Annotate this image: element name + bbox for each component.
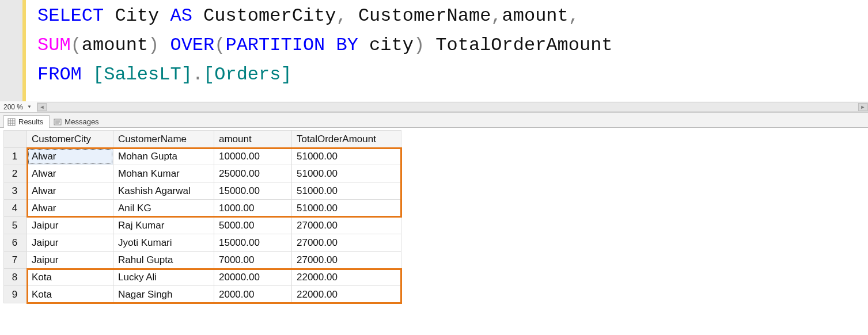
table-row[interactable]: 3AlwarKashish Agarwal15000.0051000.00 (4, 182, 401, 200)
cell[interactable]: 22000.00 (292, 286, 401, 303)
cell[interactable]: Kashish Agarwal (113, 182, 214, 200)
row-number[interactable]: 7 (4, 252, 27, 269)
cell[interactable]: Lucky Ali (113, 269, 214, 286)
zoom-bar: 200 % ▼ ◄ ► (0, 101, 868, 113)
results-grid-icon (7, 118, 16, 126)
row-number[interactable]: 3 (4, 182, 27, 200)
tab-messages[interactable]: Messages (50, 115, 105, 128)
cell[interactable]: Rahul Gupta (113, 252, 214, 269)
table-row[interactable]: 8KotaLucky Ali20000.0022000.00 (4, 269, 401, 286)
row-number[interactable]: 6 (4, 234, 27, 252)
editor-gutter (0, 0, 26, 101)
row-header-blank[interactable] (4, 131, 27, 148)
horizontal-scrollbar[interactable]: ◄ ► (37, 102, 868, 112)
cell[interactable]: 5000.00 (214, 217, 292, 234)
table-row[interactable]: 6JaipurJyoti Kumari15000.0027000.00 (4, 234, 401, 252)
scroll-right-icon[interactable]: ► (858, 103, 867, 111)
results-grid[interactable]: CustomerCity CustomerName amount TotalOr… (3, 130, 401, 303)
cell[interactable]: 27000.00 (292, 252, 401, 269)
cell[interactable]: Mohan Gupta (113, 148, 214, 165)
row-number[interactable]: 9 (4, 286, 27, 303)
table-row[interactable]: 5JaipurRaj Kumar5000.0027000.00 (4, 217, 401, 234)
zoom-dropdown-icon[interactable]: ▼ (25, 104, 33, 109)
row-number[interactable]: 2 (4, 165, 27, 182)
cell[interactable]: Alwar (27, 200, 113, 217)
table-row[interactable]: 2AlwarMohan Kumar25000.0051000.00 (4, 165, 401, 182)
table-row[interactable]: 4AlwarAnil KG1000.0051000.00 (4, 200, 401, 217)
cell[interactable]: Alwar (27, 165, 113, 182)
cell[interactable]: 51000.00 (292, 148, 401, 165)
zoom-value[interactable]: 200 % (1, 102, 25, 112)
col-header-name[interactable]: CustomerName (113, 131, 214, 148)
col-header-total[interactable]: TotalOrderAmount (292, 131, 401, 148)
svg-rect-0 (8, 119, 15, 125)
cell[interactable]: 22000.00 (292, 269, 401, 286)
header-row: CustomerCity CustomerName amount TotalOr… (4, 131, 401, 148)
cell[interactable]: 25000.00 (214, 165, 292, 182)
col-header-amount[interactable]: amount (214, 131, 292, 148)
cell[interactable]: 51000.00 (292, 200, 401, 217)
cell[interactable]: Jaipur (27, 234, 113, 252)
cell[interactable]: Alwar (27, 182, 113, 200)
scroll-left-icon[interactable]: ◄ (37, 103, 47, 111)
cell[interactable]: 51000.00 (292, 182, 401, 200)
row-number[interactable]: 5 (4, 217, 27, 234)
cell[interactable]: 27000.00 (292, 234, 401, 252)
cell[interactable]: 7000.00 (214, 252, 292, 269)
cell[interactable]: Jyoti Kumari (113, 234, 214, 252)
row-number[interactable]: 4 (4, 200, 27, 217)
cell[interactable]: 51000.00 (292, 165, 401, 182)
table-row[interactable]: 1AlwarMohan Gupta10000.0051000.00 (4, 148, 401, 165)
cell[interactable]: Jaipur (27, 252, 113, 269)
tab-results-label: Results (18, 117, 43, 126)
cell[interactable]: 10000.00 (214, 148, 292, 165)
results-panel: CustomerCity CustomerName amount TotalOr… (0, 128, 868, 303)
tab-results[interactable]: Results (3, 115, 50, 128)
cell[interactable]: Anil KG (113, 200, 214, 217)
cell[interactable]: 15000.00 (214, 234, 292, 252)
cell[interactable]: Jaipur (27, 217, 113, 234)
table-row[interactable]: 9KotaNagar Singh2000.0022000.00 (4, 286, 401, 303)
sql-code-area[interactable]: SELECT City AS CustomerCity, CustomerNam… (26, 0, 868, 101)
col-header-city[interactable]: CustomerCity (27, 131, 113, 148)
cell[interactable]: Mohan Kumar (113, 165, 214, 182)
cell[interactable]: 1000.00 (214, 200, 292, 217)
cell[interactable]: Kota (27, 286, 113, 303)
cell[interactable]: 15000.00 (214, 182, 292, 200)
tab-messages-label: Messages (65, 117, 98, 126)
table-row[interactable]: 7JaipurRahul Gupta7000.0027000.00 (4, 252, 401, 269)
cell[interactable]: Kota (27, 269, 113, 286)
row-number[interactable]: 8 (4, 269, 27, 286)
cell[interactable]: 20000.00 (214, 269, 292, 286)
cell[interactable]: 27000.00 (292, 217, 401, 234)
results-tabs: Results Messages (0, 113, 868, 128)
row-number[interactable]: 1 (4, 148, 27, 165)
cell[interactable]: 2000.00 (214, 286, 292, 303)
cell[interactable]: Alwar (27, 148, 113, 165)
sql-editor[interactable]: SELECT City AS CustomerCity, CustomerNam… (0, 0, 868, 101)
messages-icon (54, 118, 62, 126)
cell[interactable]: Raj Kumar (113, 217, 214, 234)
cell[interactable]: Nagar Singh (113, 286, 214, 303)
